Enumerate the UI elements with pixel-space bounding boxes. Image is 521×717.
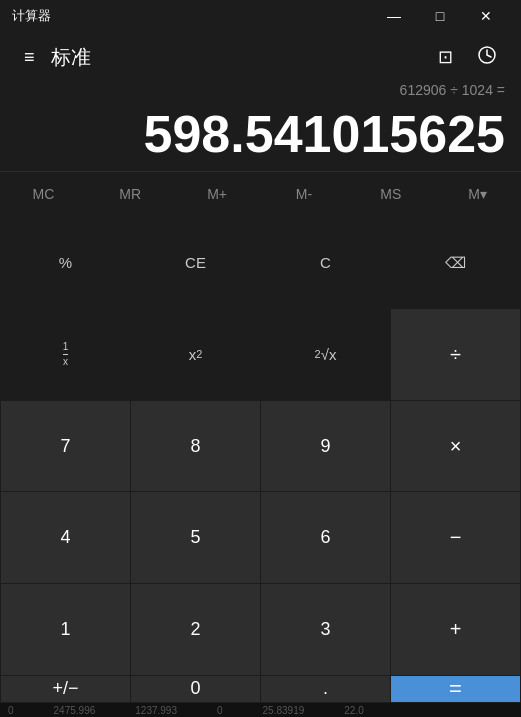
mplus-button[interactable]: M+	[174, 172, 261, 216]
mode-title: 标准	[51, 44, 430, 71]
seven-button[interactable]: 7	[1, 401, 130, 492]
negate-button[interactable]: +/−	[1, 676, 130, 702]
equals-button[interactable]: =	[391, 676, 520, 702]
sqrt-button[interactable]: 2√x	[261, 309, 390, 400]
title-bar-controls: — □ ✕	[371, 0, 509, 32]
minimize-button[interactable]: —	[371, 0, 417, 32]
percent-button[interactable]: %	[1, 217, 130, 308]
result-display: 598.541015625	[16, 106, 505, 163]
four-button[interactable]: 4	[1, 492, 130, 583]
bottom-val-5: 25.83919	[263, 705, 305, 716]
subtract-button[interactable]: −	[391, 492, 520, 583]
backspace-button[interactable]: ⌫	[391, 217, 520, 308]
calculator-window: 计算器 — □ ✕ ≡ 标准 ⊡ 612906 ÷ 1024 = 598.541…	[0, 0, 521, 717]
mc-button[interactable]: MC	[0, 172, 87, 216]
notebook-button[interactable]: ⊡	[430, 38, 461, 76]
title-bar-left: 计算器	[12, 7, 51, 25]
square-button[interactable]: x2	[131, 309, 260, 400]
expression-display: 612906 ÷ 1024 =	[16, 82, 505, 102]
bottom-val-4: 0	[217, 705, 223, 716]
memory-row: MC MR M+ M- MS M▾	[0, 171, 521, 216]
bottom-val-2: 2475.996	[54, 705, 96, 716]
bottom-val-6: 22.0	[344, 705, 363, 716]
zero-button[interactable]: 0	[131, 676, 260, 702]
six-button[interactable]: 6	[261, 492, 390, 583]
maximize-button[interactable]: □	[417, 0, 463, 32]
bottom-val-1: 0	[8, 705, 14, 716]
mminus-button[interactable]: M-	[261, 172, 348, 216]
five-button[interactable]: 5	[131, 492, 260, 583]
title-bar: 计算器 — □ ✕	[0, 0, 521, 32]
close-button[interactable]: ✕	[463, 0, 509, 32]
nine-button[interactable]: 9	[261, 401, 390, 492]
decimal-button[interactable]: .	[261, 676, 390, 702]
reciprocal-symbol: 1 x	[63, 341, 69, 368]
bottom-val-3: 1237.993	[135, 705, 177, 716]
eight-button[interactable]: 8	[131, 401, 260, 492]
ms-button[interactable]: MS	[347, 172, 434, 216]
divide-button[interactable]: ÷	[391, 309, 520, 400]
ce-button[interactable]: CE	[131, 217, 260, 308]
clear-button[interactable]: C	[261, 217, 390, 308]
window-title: 计算器	[12, 7, 51, 25]
keypad: % CE C ⌫ 1 x x2 2√x ÷ 7 8 9 × 4 5 6 − 1 …	[0, 216, 521, 703]
add-button[interactable]: +	[391, 584, 520, 675]
reciprocal-button[interactable]: 1 x	[1, 309, 130, 400]
app-header: ≡ 标准 ⊡	[0, 32, 521, 82]
two-button[interactable]: 2	[131, 584, 260, 675]
bottom-bar: 0 2475.996 1237.993 0 25.83919 22.0	[0, 703, 521, 717]
multiply-button[interactable]: ×	[391, 401, 520, 492]
mr-button[interactable]: MR	[87, 172, 174, 216]
three-button[interactable]: 3	[261, 584, 390, 675]
history-button[interactable]	[469, 37, 505, 78]
display-area: 612906 ÷ 1024 = 598.541015625	[0, 82, 521, 171]
menu-button[interactable]: ≡	[16, 39, 43, 76]
mdown-button[interactable]: M▾	[434, 172, 521, 216]
one-button[interactable]: 1	[1, 584, 130, 675]
